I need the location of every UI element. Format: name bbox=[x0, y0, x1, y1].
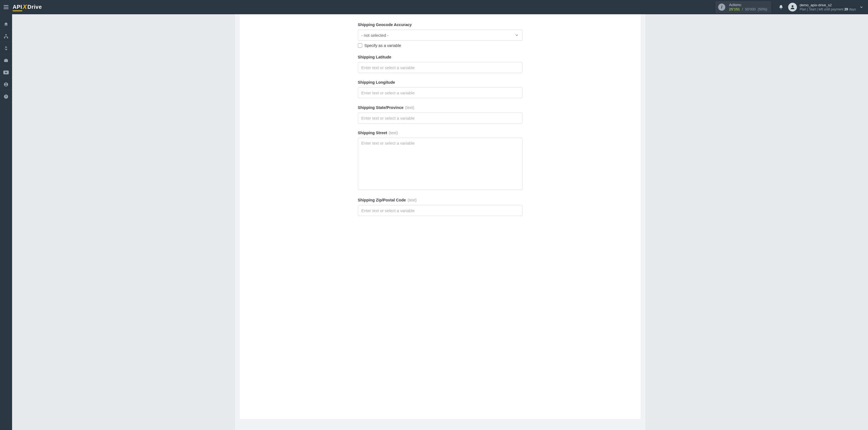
svg-point-0 bbox=[792, 5, 794, 7]
menu-toggle[interactable] bbox=[2, 3, 10, 11]
logo-part-x: X bbox=[23, 3, 27, 10]
checkbox-specify-variable[interactable]: Specify as a variable bbox=[358, 43, 523, 48]
select-geocode[interactable]: - not selected - bbox=[358, 30, 523, 41]
notifications-icon[interactable] bbox=[776, 2, 786, 12]
logo[interactable]: API X Drive bbox=[12, 3, 42, 11]
left-rail: ? bbox=[0, 14, 12, 430]
field-label-latitude: Shipping Latitude bbox=[358, 55, 523, 59]
nav-home-icon[interactable] bbox=[0, 19, 12, 30]
actions-label: Actions: bbox=[729, 3, 767, 7]
user-menu-chevron-icon[interactable] bbox=[858, 3, 865, 11]
input-state[interactable] bbox=[358, 113, 523, 123]
svg-text:?: ? bbox=[5, 95, 7, 98]
outer-panel: Shipping Geocode Accuracy - not selected… bbox=[235, 14, 646, 430]
actions-slash: / bbox=[742, 7, 743, 11]
actions-limit: 50'000 bbox=[745, 7, 756, 11]
nav-help-icon[interactable]: ? bbox=[0, 91, 12, 102]
svg-rect-3 bbox=[7, 37, 8, 38]
form-card: Shipping Geocode Accuracy - not selected… bbox=[240, 14, 641, 419]
field-label-street: Shipping Street (text) bbox=[358, 131, 523, 135]
field-label-zip: Shipping Zip/Postal Code (text) bbox=[358, 198, 523, 202]
user-plan: Plan | Start | left until payment 29 day… bbox=[800, 7, 856, 11]
page-scroll[interactable]: Shipping Geocode Accuracy - not selected… bbox=[12, 14, 868, 430]
nav-youtube-icon[interactable] bbox=[0, 67, 12, 78]
info-icon: i bbox=[718, 4, 725, 11]
chevron-down-icon bbox=[515, 33, 519, 37]
logo-part-drive: Drive bbox=[27, 4, 42, 10]
actions-pill[interactable]: i Actions: 25'151 / 50'000 (50%) bbox=[715, 1, 771, 13]
input-latitude[interactable] bbox=[358, 62, 523, 73]
field-geocode: Shipping Geocode Accuracy - not selected… bbox=[358, 23, 523, 48]
field-state: Shipping State/Province (text) bbox=[358, 105, 523, 123]
select-geocode-value: - not selected - bbox=[362, 33, 389, 38]
input-zip[interactable] bbox=[358, 205, 523, 216]
field-label-geocode: Shipping Geocode Accuracy bbox=[358, 23, 523, 27]
actions-text: Actions: 25'151 / 50'000 (50%) bbox=[729, 3, 767, 12]
textarea-street[interactable] bbox=[358, 138, 523, 190]
user-name: demo_apix-drive_s2 bbox=[800, 3, 856, 7]
svg-rect-1 bbox=[5, 34, 7, 35]
svg-rect-2 bbox=[4, 37, 5, 38]
nav-briefcase-icon[interactable] bbox=[0, 55, 12, 66]
nav-connections-icon[interactable] bbox=[0, 31, 12, 42]
user-block[interactable]: demo_apix-drive_s2 Plan | Start | left u… bbox=[788, 3, 856, 11]
topbar: API X Drive i Actions: 25'151 / 50'000 (… bbox=[0, 0, 868, 14]
user-text: demo_apix-drive_s2 Plan | Start | left u… bbox=[800, 3, 856, 11]
actions-percent: (50%) bbox=[758, 7, 767, 11]
input-longitude[interactable] bbox=[358, 87, 523, 98]
field-label-longitude: Shipping Longitude bbox=[358, 80, 523, 85]
form: Shipping Geocode Accuracy - not selected… bbox=[358, 23, 523, 408]
nav-profile-icon[interactable] bbox=[0, 79, 12, 90]
field-longitude: Shipping Longitude bbox=[358, 80, 523, 98]
checkbox-box bbox=[358, 43, 362, 48]
nav-billing-icon[interactable] bbox=[0, 43, 12, 54]
field-zip: Shipping Zip/Postal Code (text) bbox=[358, 198, 523, 216]
checkbox-label: Specify as a variable bbox=[365, 43, 401, 48]
field-street: Shipping Street (text) bbox=[358, 131, 523, 191]
field-latitude: Shipping Latitude bbox=[358, 55, 523, 73]
field-label-state: Shipping State/Province (text) bbox=[358, 105, 523, 110]
logo-part-api: API bbox=[12, 4, 22, 11]
actions-used: 25'151 bbox=[729, 7, 740, 11]
svg-point-7 bbox=[5, 83, 7, 85]
avatar-icon bbox=[788, 3, 797, 11]
